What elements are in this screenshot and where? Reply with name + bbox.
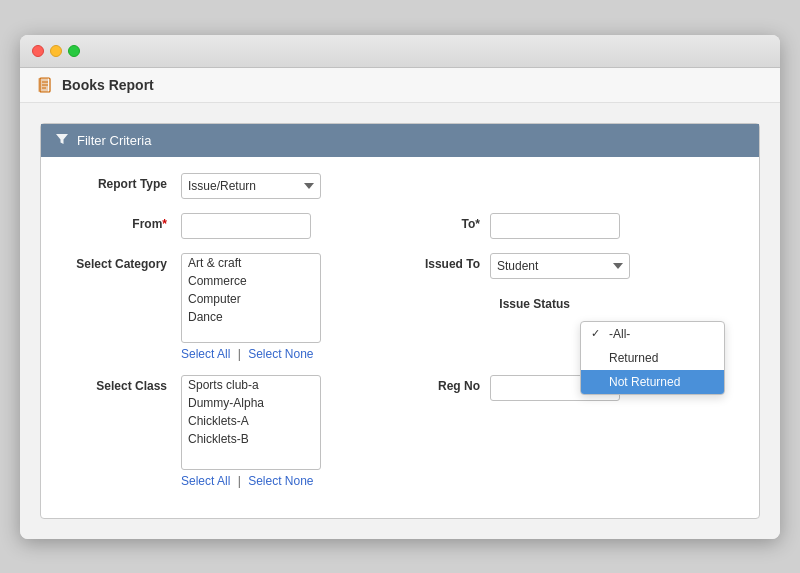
title-bar (20, 35, 780, 68)
class-select-all[interactable]: Select All (181, 474, 230, 488)
report-type-label: Report Type (61, 173, 181, 191)
from-label: From* (61, 213, 181, 231)
issued-to-control: Student Staff Issue Status (490, 253, 739, 311)
class-control: Sports club-a Dummy-Alpha Chicklets-A Ch… (181, 375, 400, 488)
class-select-links: Select All | Select None (181, 474, 400, 488)
separator: | (238, 347, 241, 361)
class-select-none[interactable]: Select None (248, 474, 313, 488)
list-item[interactable]: Sports club-a (182, 376, 320, 394)
content-area: Filter Criteria Report Type Issue/Return… (20, 103, 780, 539)
issue-status-dropdown[interactable]: ✓ -All- Returned (580, 321, 725, 395)
from-col: From* 01-12-2020 (61, 213, 400, 239)
page-title: Books Report (62, 77, 154, 93)
to-label: To* (400, 213, 490, 231)
from-control: 01-12-2020 (181, 213, 400, 239)
category-label: Select Category (61, 253, 181, 271)
to-control: 07-12-2020 (490, 213, 739, 239)
issue-status-row: Issue Status ✓ -All- (490, 293, 739, 311)
separator: | (238, 474, 241, 488)
close-button[interactable] (32, 45, 44, 57)
category-select-links: Select All | Select None (181, 347, 400, 361)
to-input[interactable]: 07-12-2020 (490, 213, 620, 239)
filter-body: Report Type Issue/Return Lost Damage Fro… (41, 157, 759, 518)
date-row: From* 01-12-2020 To* 07-12-2020 (61, 213, 739, 239)
list-item[interactable]: Chicklets-B (182, 430, 320, 448)
from-input[interactable]: 01-12-2020 (181, 213, 311, 239)
report-type-control: Issue/Return Lost Damage (181, 173, 739, 199)
category-control: Art & craft Commerce Computer Dance Sele… (181, 253, 400, 361)
window-title-bar: Books Report (20, 68, 780, 103)
books-report-icon (36, 76, 54, 94)
maximize-button[interactable] (68, 45, 80, 57)
dropdown-item-label: -All- (609, 327, 630, 341)
main-window: Books Report Filter Criteria Report Type (20, 35, 780, 539)
to-col: To* 07-12-2020 (400, 213, 739, 239)
filter-header: Filter Criteria (41, 124, 759, 157)
dropdown-item-all[interactable]: ✓ -All- (581, 322, 724, 346)
list-item[interactable]: Commerce (182, 272, 320, 290)
filter-section: Filter Criteria Report Type Issue/Return… (40, 123, 760, 519)
report-type-row: Report Type Issue/Return Lost Damage (61, 173, 739, 199)
filter-icon (55, 132, 69, 149)
traffic-lights (32, 45, 80, 57)
issued-to-select[interactable]: Student Staff (490, 253, 630, 279)
category-issued-row: Select Category Art & craft Commerce Com… (61, 253, 739, 361)
category-listbox[interactable]: Art & craft Commerce Computer Dance (181, 253, 321, 343)
class-label: Select Class (61, 375, 181, 393)
category-col: Select Category Art & craft Commerce Com… (61, 253, 400, 361)
class-col: Select Class Sports club-a Dummy-Alpha C… (61, 375, 400, 488)
list-item[interactable]: Chicklets-A (182, 412, 320, 430)
class-listbox[interactable]: Sports club-a Dummy-Alpha Chicklets-A Ch… (181, 375, 321, 470)
list-item[interactable]: Dance (182, 308, 320, 326)
dropdown-item-label: Returned (609, 351, 658, 365)
dropdown-item-label: Not Returned (609, 375, 680, 389)
issue-status-label: Issue Status (490, 293, 580, 311)
dropdown-item-not-returned[interactable]: Not Returned (581, 370, 724, 394)
check-icon: ✓ (591, 327, 603, 340)
list-item[interactable]: Dummy-Alpha (182, 394, 320, 412)
list-item[interactable]: Computer (182, 290, 320, 308)
category-select-all[interactable]: Select All (181, 347, 230, 361)
minimize-button[interactable] (50, 45, 62, 57)
issued-to-label: Issued To (400, 253, 490, 271)
reg-no-label: Reg No (400, 375, 490, 393)
list-item[interactable]: Art & craft (182, 254, 320, 272)
category-select-none[interactable]: Select None (248, 347, 313, 361)
filter-header-text: Filter Criteria (77, 133, 151, 148)
issued-to-col: Issued To Student Staff Issue Status (400, 253, 739, 311)
dropdown-item-returned[interactable]: Returned (581, 346, 724, 370)
report-type-select[interactable]: Issue/Return Lost Damage (181, 173, 321, 199)
